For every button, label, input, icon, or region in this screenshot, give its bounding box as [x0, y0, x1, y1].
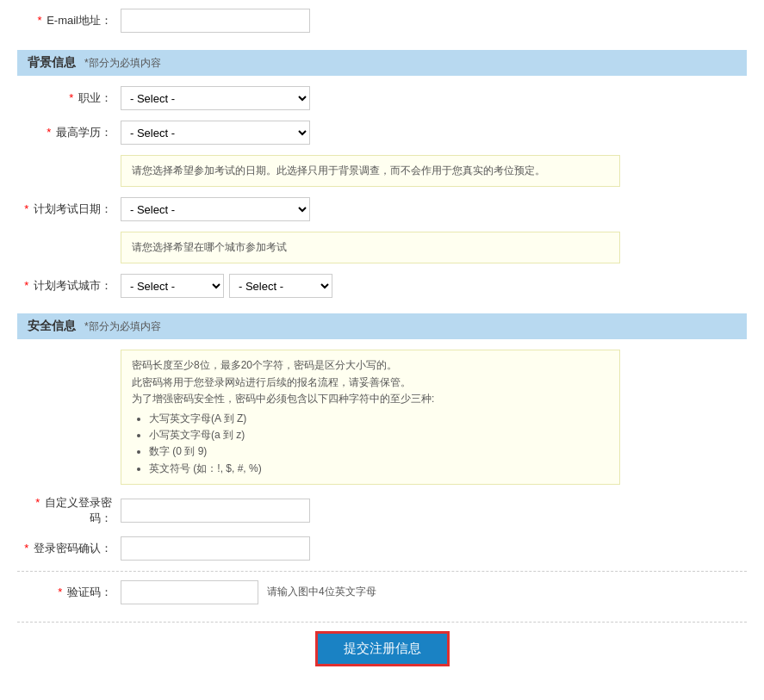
security-note-item-1: 大写英文字母(A 到 Z): [149, 411, 609, 427]
password-label: * 自定义登录密码：: [17, 495, 121, 526]
confirm-password-label-text: 登录密码确认：: [34, 542, 112, 554]
exam-city-label: * 计划考试城市：: [17, 278, 121, 294]
security-note-line3: 为了增强密码安全性，密码中必须包含以下四种字符中的至少三种:: [132, 391, 609, 407]
security-note-box: 密码长度至少8位，最多20个字符，密码是区分大小写的。 此密码将用于您登录网站进…: [121, 350, 620, 484]
occupation-label-text: 职业：: [78, 91, 112, 104]
exam-city-note-box: 请您选择希望在哪个城市参加考试: [121, 232, 620, 263]
security-note-item-2: 小写英文字母(a 到 z): [149, 427, 609, 443]
security-note-line2: 此密码将用于您登录网站进行后续的报名流程，请妥善保管。: [132, 375, 609, 391]
exam-city-select-1[interactable]: - Select -: [121, 274, 224, 298]
divider: [17, 571, 747, 572]
security-note-item-3: 数字 (0 到 9): [149, 443, 609, 460]
exam-date-required-star: *: [24, 202, 28, 215]
captcha-required-star: *: [58, 585, 62, 598]
email-label-text: E-mail地址：: [47, 14, 112, 27]
confirm-password-label: * 登录密码确认：: [17, 541, 121, 556]
confirm-password-input[interactable]: [121, 536, 310, 561]
password-label-text: 自定义登录密码：: [45, 496, 112, 524]
education-select[interactable]: - Select -: [121, 121, 310, 145]
exam-city-label-text: 计划考试城市：: [34, 279, 112, 292]
exam-city-row: * 计划考试城市： - Select - - Select -: [17, 274, 747, 298]
city-selects-container: - Select - - Select -: [121, 274, 332, 298]
exam-date-label: * 计划考试日期：: [17, 201, 121, 217]
email-input[interactable]: [121, 9, 310, 33]
education-row: * 最高学历： - Select -: [17, 121, 747, 145]
confirm-password-row: * 登录密码确认：: [17, 536, 747, 561]
captcha-label: * 验证码：: [17, 585, 121, 600]
security-note-list: 大写英文字母(A 到 Z) 小写英文字母(a 到 z) 数字 (0 到 9) 英…: [149, 411, 609, 477]
submit-button[interactable]: 提交注册信息: [315, 631, 450, 666]
email-required-star: *: [37, 14, 41, 27]
exam-date-select[interactable]: - Select -: [121, 197, 310, 221]
captcha-hint-text: 请输入图中4位英文字母: [267, 585, 376, 599]
password-input[interactable]: [121, 499, 310, 523]
exam-date-note-box: 请您选择希望参加考试的日期。此选择只用于背景调查，而不会作用于您真实的考位预定。: [121, 155, 620, 187]
education-label: * 最高学历：: [17, 125, 121, 140]
background-section-header: 背景信息 *部分为必填内容: [17, 50, 747, 76]
occupation-select[interactable]: - Select -: [121, 86, 310, 110]
exam-city-note-text: 请您选择希望在哪个城市参加考试: [132, 241, 287, 253]
email-label: * E-mail地址：: [17, 13, 121, 28]
security-note-line1: 密码长度至少8位，最多20个字符，密码是区分大小写的。: [132, 357, 609, 374]
captcha-input[interactable]: [121, 580, 258, 604]
exam-date-note-text: 请您选择希望参加考试的日期。此选择只用于背景调查，而不会作用于您真实的考位预定。: [132, 164, 545, 177]
password-row: * 自定义登录密码：: [17, 495, 747, 526]
occupation-label: * 职业：: [17, 90, 121, 106]
exam-date-label-text: 计划考试日期：: [34, 202, 112, 215]
security-section-header: 安全信息 *部分为必填内容: [17, 313, 747, 339]
background-section-note: *部分为必填内容: [84, 57, 161, 69]
education-label-text: 最高学历：: [56, 126, 112, 139]
exam-city-required-star: *: [24, 279, 28, 292]
occupation-row: * 职业： - Select -: [17, 86, 747, 110]
captcha-label-text: 验证码：: [67, 585, 112, 598]
security-section-title: 安全信息: [28, 319, 76, 332]
email-row: * E-mail地址：: [17, 9, 747, 33]
submit-area: 提交注册信息: [17, 622, 747, 675]
security-section-note: *部分为必填内容: [84, 320, 161, 332]
education-required-star: *: [47, 126, 51, 139]
password-required-star: *: [35, 496, 40, 509]
captcha-row: * 验证码： 请输入图中4位英文字母: [17, 580, 747, 604]
security-note-item-4: 英文符号 (如：!, $, #, %): [149, 461, 609, 477]
occupation-required-star: *: [69, 91, 73, 104]
exam-city-select-2[interactable]: - Select -: [229, 274, 332, 298]
confirm-password-required-star: *: [24, 542, 28, 554]
background-section-title: 背景信息: [28, 55, 76, 69]
exam-date-row: * 计划考试日期： - Select -: [17, 197, 747, 221]
